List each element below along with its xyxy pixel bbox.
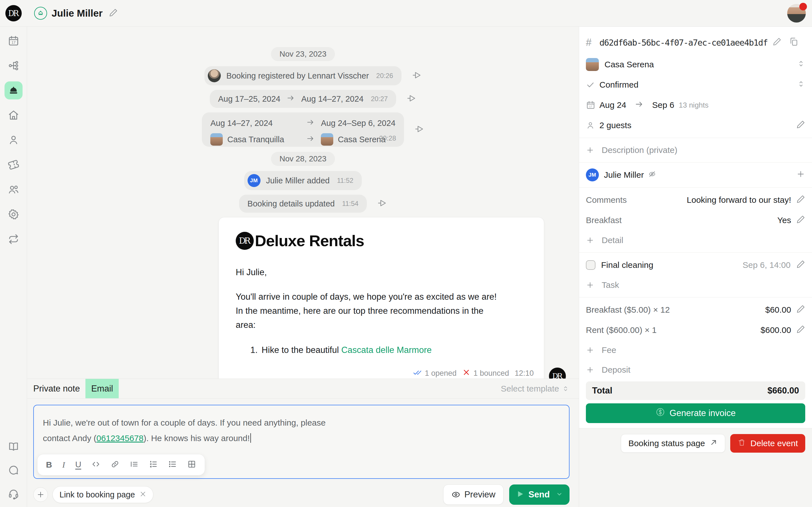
table-button[interactable] (187, 460, 196, 470)
nav-support-icon[interactable] (4, 485, 22, 503)
email-message: DR Deluxe Rentals Hi Julie, You'll arriv… (218, 217, 544, 379)
checkout-date: Sep 6 (652, 100, 674, 110)
staff-avatar (208, 69, 221, 82)
ordered-list-button[interactable] (149, 460, 158, 470)
edit-fee-icon[interactable] (796, 325, 805, 336)
task-label: Final cleaning (601, 260, 653, 270)
status-selector-row[interactable]: Confirmed (586, 75, 805, 95)
composer-actions: Link to booking page Preview Send (33, 485, 569, 507)
tab-email[interactable]: Email (86, 379, 119, 398)
email-brand-logo: DR (236, 232, 254, 250)
user-avatar[interactable] (787, 4, 806, 22)
add-attachment-button[interactable] (33, 487, 48, 502)
booking-page-link-chip[interactable]: Link to booking page (52, 486, 153, 503)
booking-details-panel: # d62df6ab-56bc-4f07-a7ec-ce01aee4b1df C… (579, 27, 812, 507)
italic-button[interactable]: I (62, 460, 65, 469)
edit-guest-name-icon[interactable] (109, 8, 118, 18)
delete-event-button[interactable]: Delete event (730, 434, 805, 453)
new-dates: Aug 14–27, 2024 (301, 94, 363, 104)
email-brand-initials: DR (239, 236, 249, 245)
add-detail-label: Detail (602, 235, 623, 245)
edit-breakfast-icon[interactable] (796, 215, 805, 226)
nav-team-icon[interactable] (4, 180, 22, 199)
bullet-list-button[interactable] (168, 460, 177, 470)
blockquote-button[interactable] (130, 460, 139, 470)
plus-icon (586, 281, 594, 289)
property-change-line: Casa Tranquilla Casa Serena (210, 133, 395, 146)
add-task-button[interactable]: Task (586, 275, 805, 295)
forward-event-icon[interactable] (414, 124, 424, 135)
edit-booking-id-icon[interactable] (772, 37, 781, 48)
nav-calendar-icon[interactable]: 17 (4, 32, 22, 50)
edit-fee-icon[interactable] (796, 304, 805, 316)
event-time: 20:26 (376, 72, 393, 80)
tab-private-note[interactable]: Private note (27, 379, 86, 398)
fee-amount: $600.00 (761, 325, 791, 335)
email-greeting: Hi Julie, (236, 267, 527, 277)
dates-row[interactable]: 17 Aug 24 Sep 6 13 nights (586, 95, 805, 115)
bold-button[interactable]: B (46, 460, 52, 469)
nav-settings-icon[interactable] (4, 205, 22, 223)
add-detail-button[interactable]: Detail (586, 230, 805, 250)
app-logo[interactable]: DR (5, 5, 22, 21)
fee-amount: $60.00 (765, 305, 791, 315)
message-input[interactable]: Hi Julie, we're out of town for a couple… (33, 405, 569, 479)
add-description-button[interactable]: Description (private) (586, 140, 805, 160)
link-button[interactable] (110, 460, 119, 470)
task-checkbox[interactable] (586, 260, 596, 270)
nav-feedback-icon[interactable] (4, 461, 22, 480)
event-text: Julie Miller added (266, 176, 330, 185)
sender-avatar: DR (549, 368, 566, 379)
add-fee-button[interactable]: Fee (586, 340, 805, 360)
add-deposit-button[interactable]: Deposit (586, 360, 805, 380)
nav-guests-icon[interactable] (4, 131, 22, 149)
nav-properties-icon[interactable] (4, 106, 22, 124)
chip-label: Link to booking page (59, 490, 135, 499)
event-row-dates-property-changed: Aug 14–27, 2024 Aug 24–Sep 6, 2024 Casa … (27, 112, 579, 147)
chevron-up-down-icon (562, 385, 569, 392)
conversation-header: Julie Miller (34, 7, 118, 20)
email-card: DR Deluxe Rentals Hi Julie, You'll arriv… (218, 217, 544, 379)
edit-guests-icon[interactable] (796, 120, 805, 131)
send-options-chevron-icon[interactable] (555, 490, 563, 499)
booking-app: DR Julie Miller 17 (0, 0, 812, 507)
timeline: Nov 23, 2023 Booking registered by Lenna… (27, 27, 579, 379)
plus-icon (586, 236, 594, 244)
email-status-footer: 1 opened 1 bounced 12:10 (413, 368, 534, 379)
nav-automation-icon[interactable] (4, 57, 22, 75)
select-template-dropdown[interactable]: Select template (501, 384, 569, 393)
checkin-date: Aug 24 (599, 100, 626, 110)
nav-tickets-icon[interactable] (4, 156, 22, 174)
forward-event-icon[interactable] (377, 198, 387, 209)
copy-booking-id-icon[interactable] (789, 37, 799, 48)
add-fee-label: Fee (602, 345, 616, 355)
code-button[interactable] (91, 460, 100, 470)
add-guest-icon[interactable] (796, 170, 805, 180)
property-name: Casa Serena (605, 60, 654, 69)
compose-line-2-pre: contact Andy ( (43, 434, 96, 443)
underline-button[interactable]: U (75, 460, 82, 469)
generate-invoice-button[interactable]: Generate invoice (586, 403, 805, 423)
send-button[interactable]: Send (509, 485, 569, 505)
forward-event-icon[interactable] (406, 93, 416, 105)
booking-status-page-button[interactable]: Booking status page (621, 434, 725, 453)
edit-task-icon[interactable] (796, 260, 805, 271)
booking-status-page-label: Booking status page (628, 439, 705, 448)
conversation-panel: Nov 23, 2023 Booking registered by Lenna… (27, 27, 579, 507)
remove-chip-icon[interactable] (140, 490, 146, 499)
phone-link[interactable]: 0612345678 (96, 434, 144, 443)
arrow-right-icon (306, 118, 315, 128)
edit-comments-icon[interactable] (796, 194, 805, 206)
forward-event-icon[interactable] (412, 70, 422, 81)
preview-button[interactable]: Preview (443, 485, 504, 505)
breakfast-value: Yes (777, 216, 791, 225)
date-separator: Nov 23, 2023 (271, 47, 335, 61)
email-link[interactable]: Cascata delle Marmore (341, 345, 432, 355)
nav-channel-sync-icon[interactable] (4, 230, 22, 248)
property-selector-row[interactable]: Casa Serena (586, 54, 805, 75)
nav-docs-icon[interactable] (4, 438, 22, 456)
nav-bookings-icon[interactable] (4, 81, 22, 100)
email-body: You'll arrive in couple of days, we hope… (236, 290, 499, 332)
incognito-eye-off-icon[interactable] (648, 170, 656, 180)
new-property: Casa Serena (338, 135, 386, 144)
